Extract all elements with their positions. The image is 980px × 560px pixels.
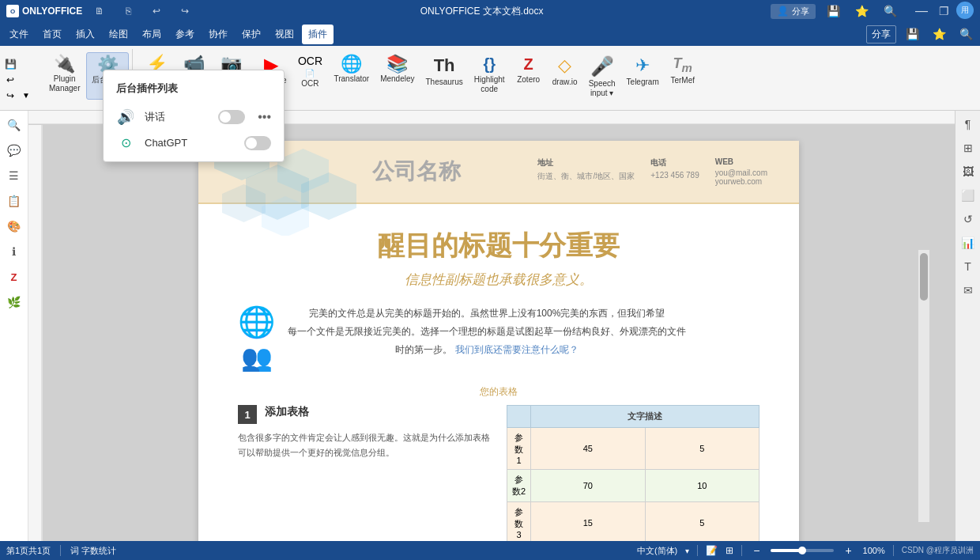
language-selector[interactable]: 中文(简体) bbox=[637, 545, 677, 557]
termef-btn[interactable]: Tm TerMef bbox=[665, 52, 700, 100]
sidebar-comment[interactable]: 💬 bbox=[3, 139, 25, 161]
scroll-track[interactable] bbox=[918, 250, 929, 522]
scroll-thumb[interactable] bbox=[920, 253, 928, 301]
right-action-3[interactable]: ⭐ bbox=[928, 25, 950, 44]
page-info: 第1页共1页 bbox=[6, 545, 51, 557]
menu-layout[interactable]: 布局 bbox=[136, 25, 168, 44]
highlight-code-btn[interactable]: {} Highlightcode bbox=[469, 52, 510, 100]
doc-section-header: 1 添加表格 bbox=[238, 405, 491, 424]
menu-collab[interactable]: 协作 bbox=[202, 25, 234, 44]
zoom-in-btn[interactable]: + bbox=[842, 544, 854, 557]
dropdown-title: 后台插件列表 bbox=[104, 77, 284, 104]
menu-reference[interactable]: 参考 bbox=[169, 25, 201, 44]
table-cell-val1: 45 bbox=[531, 428, 646, 470]
menu-plugins[interactable]: 插件 bbox=[302, 25, 334, 44]
doc-body-link[interactable]: 我们到底还需要注意什么呢？ bbox=[455, 344, 579, 355]
doc-body-section: 🌐 👥 完美的文件总是从完美的标题开始的。虽然世界上没有100%完美的东西，但我… bbox=[238, 305, 760, 373]
fit-page-btn[interactable]: ⊞ bbox=[726, 545, 733, 556]
thesaurus-btn[interactable]: Th Thesaurus bbox=[420, 52, 467, 100]
right-action-1[interactable]: 分享 bbox=[866, 25, 896, 44]
win-btn-4[interactable]: ↪ bbox=[177, 5, 193, 17]
speech-toggle-knob bbox=[220, 112, 231, 123]
bookmark-btn[interactable]: ⭐ bbox=[850, 2, 873, 21]
language-dropdown-icon[interactable]: ▾ bbox=[685, 547, 689, 555]
sidebar-format[interactable]: 🎨 bbox=[3, 215, 25, 237]
title-bar: O ONLYOFFICE 🗎 ⎘ ↩ ↪ ONLYOFFICE 文本文档.doc… bbox=[0, 0, 980, 22]
qa-redo[interactable]: ↪ bbox=[3, 89, 17, 103]
drawio-btn[interactable]: ◇ draw.io bbox=[548, 52, 582, 100]
status-right: 中文(简体) ▾ 📝 ⊞ − + 100% CSDN @程序员训洲 bbox=[637, 544, 974, 557]
telegram-icon: ✈ bbox=[635, 55, 650, 76]
telegram-btn[interactable]: ✈ Telegram bbox=[622, 52, 664, 100]
win-btn-2[interactable]: ⎘ bbox=[120, 5, 136, 17]
maximize-btn[interactable]: ❐ bbox=[936, 5, 952, 17]
zotero-btn[interactable]: Z Zotero bbox=[511, 52, 546, 100]
qa-undo[interactable]: ↩ bbox=[3, 73, 17, 87]
right-rotate-icon[interactable]: ↺ bbox=[958, 209, 978, 229]
speech-input-btn[interactable]: 🎤 Speechinput ▾ bbox=[584, 52, 620, 100]
table-cell-val2: 10 bbox=[645, 470, 760, 502]
doc-web-val2: yourweb.com bbox=[715, 177, 767, 186]
right-action-2[interactable]: 💾 bbox=[901, 25, 923, 44]
chatgpt-toggle-knob bbox=[246, 138, 257, 149]
qa-more[interactable]: ▼ bbox=[19, 89, 33, 103]
table-row: 参数 1 45 5 bbox=[507, 428, 760, 470]
minimize-btn[interactable]: — bbox=[914, 5, 929, 17]
word-count[interactable]: 词 字数统计 bbox=[70, 545, 116, 557]
qa-save[interactable]: 💾 bbox=[3, 57, 17, 71]
zoom-level: 100% bbox=[863, 546, 885, 555]
sidebar-search[interactable]: 🔍 bbox=[3, 114, 25, 136]
win-btn-3[interactable]: ↩ bbox=[149, 5, 164, 17]
status-divider-1 bbox=[60, 545, 61, 556]
sidebar-track[interactable]: 📋 bbox=[3, 190, 25, 212]
speech-toggle[interactable] bbox=[218, 110, 245, 124]
doc-subtitle: 信息性副标题也承载很多意义。 bbox=[238, 271, 760, 289]
plugin-manager-icon: 🔌 bbox=[54, 55, 75, 73]
translator-label: Translator bbox=[334, 74, 369, 84]
right-sidebar: ¶ ⊞ 🖼 ⬜ ↺ 📊 T ✉ bbox=[955, 111, 980, 541]
speech-dots-menu[interactable]: ••• bbox=[258, 110, 271, 124]
right-action-4[interactable]: 🔍 bbox=[955, 25, 977, 44]
menu-file[interactable]: 文件 bbox=[3, 25, 35, 44]
mendeley-btn[interactable]: 📚 Mendeley bbox=[375, 52, 419, 100]
sidebar-plugin[interactable]: 🌿 bbox=[3, 291, 25, 313]
zotero-label: Zotero bbox=[517, 75, 540, 85]
ocr-btn[interactable]: OCR📄 OCR bbox=[292, 52, 327, 100]
save-btn[interactable]: 💾 bbox=[822, 2, 844, 21]
right-para-icon[interactable]: ¶ bbox=[958, 114, 978, 134]
sidebar-zotero[interactable]: Z bbox=[3, 266, 25, 288]
chatgpt-toggle[interactable] bbox=[244, 136, 271, 150]
user-avatar: 用 bbox=[956, 2, 974, 19]
translator-btn[interactable]: 🌐 Translator bbox=[329, 52, 374, 100]
doc-scroll[interactable]: 公司名称 地址 街道、衡、城市/地区、国家 电话 +123 456 789 WE… bbox=[43, 125, 955, 541]
right-chart-icon[interactable]: 📊 bbox=[958, 233, 978, 253]
right-text-icon[interactable]: T bbox=[958, 256, 978, 277]
table-cell-label: 参数2 bbox=[507, 470, 531, 502]
thesaurus-label: Thesaurus bbox=[425, 78, 462, 87]
track-changes-btn[interactable]: 📝 bbox=[706, 545, 718, 556]
menu-protect[interactable]: 保护 bbox=[236, 25, 267, 44]
table-row: 参数2 70 10 bbox=[507, 470, 760, 502]
sidebar-headings[interactable]: ☰ bbox=[3, 165, 25, 187]
right-grid-icon[interactable]: ⊞ bbox=[958, 138, 978, 158]
doc-section-text: 包含很多字的文件肯定会让人感到很无趣。这就是为什么添加表格可以帮助提供一个更好的… bbox=[238, 430, 491, 460]
right-mail-icon[interactable]: ✉ bbox=[958, 280, 978, 301]
right-shape-icon[interactable]: ⬜ bbox=[958, 185, 978, 206]
menu-insert[interactable]: 插入 bbox=[70, 25, 101, 44]
zoom-slider[interactable] bbox=[771, 549, 834, 552]
menu-view[interactable]: 视图 bbox=[269, 25, 300, 44]
win-btn-1[interactable]: 🗎 bbox=[92, 5, 107, 17]
search-btn[interactable]: 🔍 bbox=[879, 2, 901, 21]
share-button[interactable]: 👤 分享 bbox=[771, 4, 816, 19]
plugin-manager-btn[interactable]: 🔌 PluginManager bbox=[44, 52, 85, 100]
sidebar-info[interactable]: ℹ bbox=[3, 240, 25, 263]
zoom-out-btn[interactable]: − bbox=[750, 544, 763, 557]
menu-home[interactable]: 首页 bbox=[36, 25, 68, 44]
table-cell-val1: 15 bbox=[531, 502, 646, 542]
menu-draw[interactable]: 绘图 bbox=[103, 25, 134, 44]
speech-item-icon: 🔊 bbox=[116, 108, 135, 126]
doc-section-row: 1 添加表格 包含很多字的文件肯定会让人感到很无趣。这就是为什么添加表格可以帮助… bbox=[238, 405, 760, 541]
right-image-icon[interactable]: 🖼 bbox=[958, 161, 978, 182]
menu-bar: 文件 首页 插入 绘图 布局 参考 协作 保护 视图 插件 分享 💾 ⭐ 🔍 bbox=[0, 22, 980, 46]
chatgpt-item-label: ChatGPT bbox=[145, 137, 235, 149]
